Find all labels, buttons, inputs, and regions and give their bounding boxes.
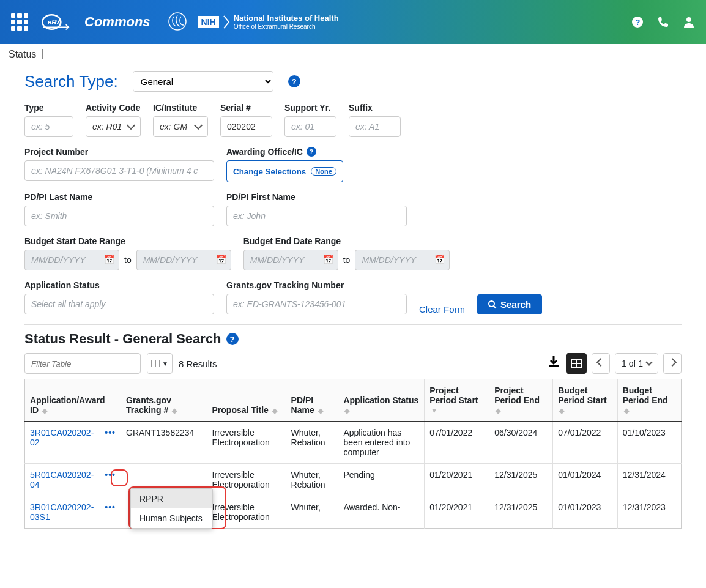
clear-form-button[interactable]: Clear Form: [419, 304, 465, 314]
user-icon[interactable]: [683, 16, 695, 28]
hhs-logo-icon: [168, 12, 187, 33]
type-input[interactable]: [24, 116, 73, 137]
svg-point-5: [686, 17, 691, 22]
col-appstatus[interactable]: Application Status ◆: [338, 379, 425, 422]
appid-link[interactable]: 5R01CA020202-04: [30, 470, 98, 489]
cell-bpe: 01/10/2023: [617, 422, 681, 464]
calendar-icon[interactable]: 📅: [216, 255, 226, 264]
col-bpe[interactable]: Budget Period End ◆: [617, 379, 681, 422]
tracking-input[interactable]: [226, 294, 407, 314]
cell-status: Application has been entered into comput…: [338, 422, 425, 464]
download-icon[interactable]: [546, 355, 561, 372]
cell-bps: 01/01/2024: [553, 464, 618, 496]
appid-link[interactable]: 3R01CA020202-03S1: [30, 502, 98, 522]
svg-rect-10: [549, 365, 559, 367]
results-title: Status Result - General Search ?: [24, 331, 682, 347]
page-indicator[interactable]: 1 of 1: [615, 353, 658, 374]
sort-icon: ◆: [172, 407, 177, 414]
row-actions-icon[interactable]: •••: [105, 502, 116, 512]
breadcrumb-status[interactable]: Status: [9, 49, 43, 59]
phone-icon[interactable]: [657, 16, 669, 28]
svg-text:?: ?: [636, 18, 641, 27]
popup-item-human-subjects[interactable]: Human Subjects: [131, 508, 212, 528]
sort-icon: ◆: [42, 407, 47, 414]
prev-page-button[interactable]: [592, 353, 610, 374]
firstname-label: PD/PI First Name: [226, 192, 407, 202]
nih-title: National Institutes of Health: [234, 14, 339, 23]
cell-bps: 07/01/2022: [553, 422, 618, 464]
svg-line-7: [494, 306, 496, 308]
nih-logo: NIH National Institutes of Health Office…: [198, 14, 339, 29]
ic-select[interactable]: ex: GM: [153, 116, 208, 137]
col-tracking[interactable]: Grants.gov Tracking # ◆: [121, 379, 207, 422]
table-view-button[interactable]: [566, 353, 587, 374]
cell-pdpi: Whuter,: [286, 496, 338, 529]
to-label: to: [343, 255, 351, 265]
cell-ppe: 06/30/2024: [489, 422, 553, 464]
cell-pdpi: Whuter, Rebation: [286, 422, 338, 464]
help-icon[interactable]: ?: [631, 16, 644, 28]
lastname-input[interactable]: [24, 206, 214, 226]
sort-desc-icon: ▼: [431, 407, 437, 414]
commons-title: Commons: [84, 14, 150, 30]
cell-pps: 01/20/2021: [425, 464, 489, 496]
row-actions-icon[interactable]: •••: [105, 428, 116, 437]
sort-icon: ◆: [559, 407, 564, 414]
activity-label: Activity Code: [86, 103, 141, 113]
breadcrumb: Status: [0, 44, 706, 65]
table-row: 3R01CA020202-03S1•••Irreversible Electro…: [25, 496, 682, 529]
results-help-icon[interactable]: ?: [226, 333, 239, 345]
sort-icon: ◆: [496, 407, 500, 414]
change-selections-button[interactable]: Change Selections None: [226, 160, 343, 182]
suffix-input[interactable]: [349, 116, 401, 137]
chevron-down-icon: [127, 121, 135, 130]
table-row: 3R01CA020202-02•••GRANT13582234Irreversi…: [25, 422, 682, 464]
filter-table-input[interactable]: [24, 353, 141, 374]
table-row: 5R01CA020202-04•••Irreversible Electropo…: [25, 464, 682, 496]
appid-link[interactable]: 3R01CA020202-02: [30, 428, 98, 447]
col-pps[interactable]: Project Period Start ▼: [425, 379, 489, 422]
firstname-input[interactable]: [226, 206, 407, 226]
col-title[interactable]: Proposal Title ◆: [207, 379, 286, 422]
project-input[interactable]: [24, 160, 214, 181]
search-type-help-icon[interactable]: ?: [288, 75, 300, 87]
activity-select[interactable]: ex: R01: [86, 116, 141, 137]
column-picker-button[interactable]: ▼: [147, 353, 173, 374]
svg-point-6: [489, 301, 494, 307]
row-actions-icon[interactable]: •••: [105, 470, 116, 480]
chevron-right-icon: [668, 358, 677, 367]
columns-icon: [151, 360, 160, 367]
era-logo: eRA: [40, 10, 71, 34]
support-input[interactable]: [284, 116, 336, 137]
cell-status: Pending: [338, 464, 425, 496]
cell-title: Irreversible Electroporation: [207, 422, 286, 464]
cell-pdpi: Whuter, Rebation: [286, 464, 338, 496]
cell-bpe: 12/31/2024: [617, 464, 681, 496]
chevron-down-icon: [194, 121, 203, 130]
nih-box: NIH: [198, 16, 219, 28]
row-actions-popup: RPPR Human Subjects: [130, 488, 213, 529]
search-type-select[interactable]: General: [133, 71, 273, 92]
next-page-button[interactable]: [663, 353, 682, 374]
apps-grid-icon[interactable]: [11, 13, 28, 31]
col-bps[interactable]: Budget Period Start ◆: [553, 379, 618, 422]
cell-bps: 01/01/2023: [553, 496, 618, 529]
col-ppe[interactable]: Project Period End ◆: [489, 379, 553, 422]
col-pdpi[interactable]: PD/PI Name ◆: [286, 379, 338, 422]
none-pill: None: [311, 167, 336, 176]
sort-icon: ◆: [272, 407, 277, 414]
sort-icon: ◆: [624, 407, 629, 414]
calendar-icon[interactable]: 📅: [434, 255, 445, 264]
calendar-icon[interactable]: 📅: [104, 255, 114, 264]
col-appid[interactable]: Application/Award ID ◆: [25, 379, 121, 422]
awarding-help-icon[interactable]: ?: [307, 147, 316, 157]
popup-item-rppr[interactable]: RPPR: [131, 489, 212, 508]
ic-label: IC/Institute: [153, 103, 208, 113]
results-table: Application/Award ID ◆ Grants.gov Tracki…: [24, 379, 682, 529]
appstatus-input[interactable]: [24, 294, 214, 314]
search-button[interactable]: Search: [477, 294, 542, 314]
serial-input[interactable]: [220, 116, 272, 137]
sort-icon: ◆: [344, 407, 349, 414]
calendar-icon[interactable]: 📅: [323, 255, 333, 264]
search-type-label: Search Type:: [24, 72, 118, 91]
